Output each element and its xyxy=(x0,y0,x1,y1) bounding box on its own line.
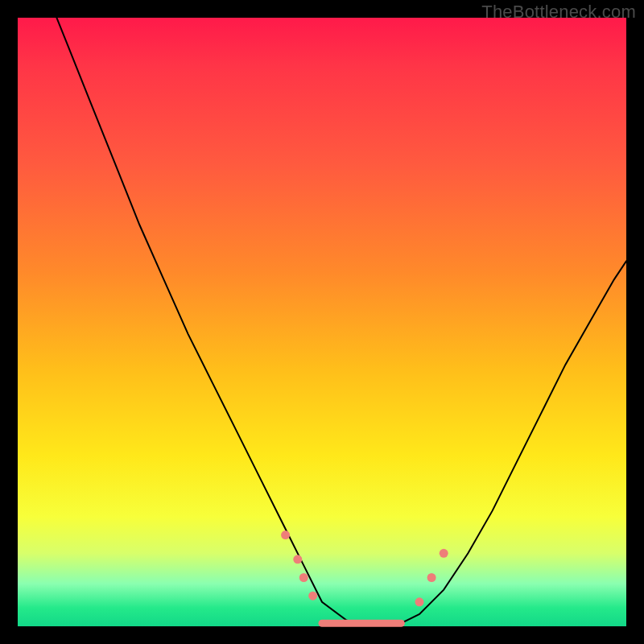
curve-marker xyxy=(293,555,302,564)
bottleneck-curve xyxy=(18,18,626,626)
curve-marker xyxy=(299,573,308,582)
curve-marker xyxy=(440,549,448,558)
watermark-text: TheBottleneck.com xyxy=(481,2,636,23)
curve-marker xyxy=(415,597,424,606)
chart-frame: TheBottleneck.com xyxy=(0,0,644,644)
curve-marker xyxy=(281,530,290,539)
curve-marker xyxy=(427,573,436,582)
curve-marker xyxy=(308,592,317,601)
plot-area xyxy=(18,18,626,626)
curve-line xyxy=(18,0,626,626)
